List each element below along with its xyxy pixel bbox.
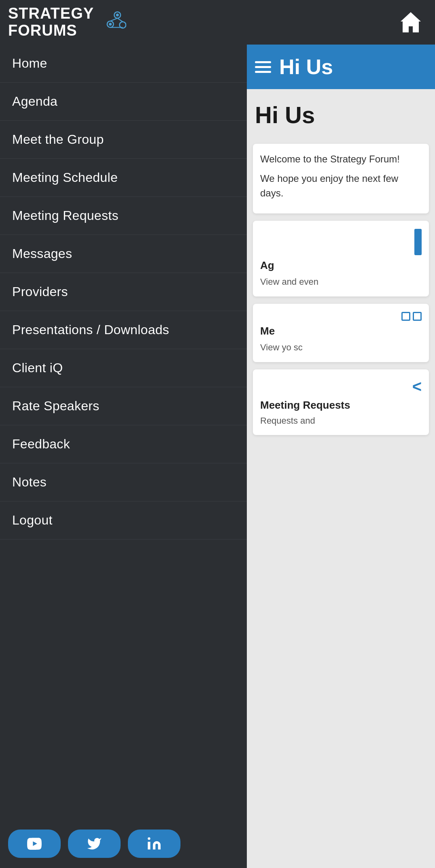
sidebar-item-feedback[interactable]: Feedback bbox=[0, 425, 247, 463]
main-layout: Home Agenda Meet the Group Meeting Sched… bbox=[0, 45, 435, 868]
agenda-card-icon bbox=[260, 229, 422, 255]
meeting-req-title: Meeting Requests bbox=[260, 399, 422, 412]
sidebar-item-presentations-downloads[interactable]: Presentations / Downloads bbox=[0, 311, 247, 349]
logo-line2: FORUMS bbox=[8, 22, 77, 39]
page-greeting: Hi Us bbox=[253, 97, 429, 136]
agenda-card[interactable]: Ag View and even bbox=[253, 221, 429, 296]
youtube-icon bbox=[27, 836, 42, 851]
logo-area: STRATEGY FORUMS bbox=[8, 5, 126, 39]
youtube-button[interactable] bbox=[8, 830, 61, 858]
sidebar-item-meeting-schedule[interactable]: Meeting Schedule bbox=[0, 159, 247, 197]
home-icon-area[interactable] bbox=[399, 10, 427, 34]
header-greeting-initial: Hi Us bbox=[279, 55, 333, 79]
agenda-card-title: Ag bbox=[260, 259, 422, 272]
sidebar-item-meeting-requests[interactable]: Meeting Requests bbox=[0, 197, 247, 235]
right-header: Hi Us bbox=[247, 45, 435, 89]
sidebar-item-providers[interactable]: Providers bbox=[0, 273, 247, 311]
meeting-req-desc: Requests and bbox=[260, 415, 422, 427]
sidebar-item-notes[interactable]: Notes bbox=[0, 463, 247, 501]
meet-group-card[interactable]: Me View yo sc bbox=[253, 304, 429, 362]
hamburger-button[interactable] bbox=[255, 61, 271, 73]
svg-point-1 bbox=[116, 14, 119, 17]
nav-menu: Home Agenda Meet the Group Meeting Sched… bbox=[0, 45, 247, 819]
top-bar: STRATEGY FORUMS bbox=[0, 0, 435, 45]
agenda-icon-bar bbox=[414, 229, 422, 255]
logo-line1: STRATEGY bbox=[8, 5, 94, 22]
people-icon bbox=[98, 10, 126, 34]
welcome-text-1: Welcome to the Strategy Forum! bbox=[260, 152, 422, 166]
linkedin-icon bbox=[146, 836, 162, 851]
welcome-text-2: We hope you enjoy the next few days. bbox=[260, 171, 422, 200]
meet-group-card-desc: View yo sc bbox=[260, 341, 422, 354]
right-content: Hi Us Welcome to the Strategy Forum! We … bbox=[247, 89, 435, 868]
twitter-button[interactable] bbox=[68, 830, 121, 858]
svg-point-3 bbox=[109, 23, 112, 26]
sidebar-item-home[interactable]: Home bbox=[0, 45, 247, 83]
sidebar-item-client-iq[interactable]: Client iQ bbox=[0, 349, 247, 387]
home-icon bbox=[399, 10, 423, 34]
sidebar-item-agenda[interactable]: Agenda bbox=[0, 83, 247, 121]
linkedin-button[interactable] bbox=[128, 830, 180, 858]
social-bar bbox=[0, 819, 247, 868]
svg-marker-8 bbox=[401, 12, 421, 32]
sidebar-item-logout[interactable]: Logout bbox=[0, 501, 247, 540]
sidebar-item-messages[interactable]: Messages bbox=[0, 235, 247, 273]
meeting-req-icon: < bbox=[260, 377, 422, 396]
twitter-icon bbox=[87, 836, 102, 851]
sidebar-item-meet-the-group[interactable]: Meet the Group bbox=[0, 121, 247, 159]
meet-group-card-title: Me bbox=[260, 325, 422, 337]
svg-point-9 bbox=[148, 837, 150, 840]
svg-line-6 bbox=[117, 18, 123, 22]
meet-group-icon bbox=[260, 312, 422, 321]
agenda-card-desc: View and even bbox=[260, 276, 422, 288]
logo-icon bbox=[98, 10, 126, 34]
welcome-card: Welcome to the Strategy Forum! We hope y… bbox=[253, 144, 429, 213]
right-panel: Hi Us Hi Us Welcome to the Strategy Foru… bbox=[247, 45, 435, 868]
logo-text: STRATEGY FORUMS bbox=[8, 5, 94, 39]
svg-line-5 bbox=[110, 18, 118, 21]
sidebar: Home Agenda Meet the Group Meeting Sched… bbox=[0, 45, 247, 868]
meeting-req-card[interactable]: < Meeting Requests Requests and bbox=[253, 369, 429, 435]
sidebar-item-rate-speakers[interactable]: Rate Speakers bbox=[0, 387, 247, 425]
